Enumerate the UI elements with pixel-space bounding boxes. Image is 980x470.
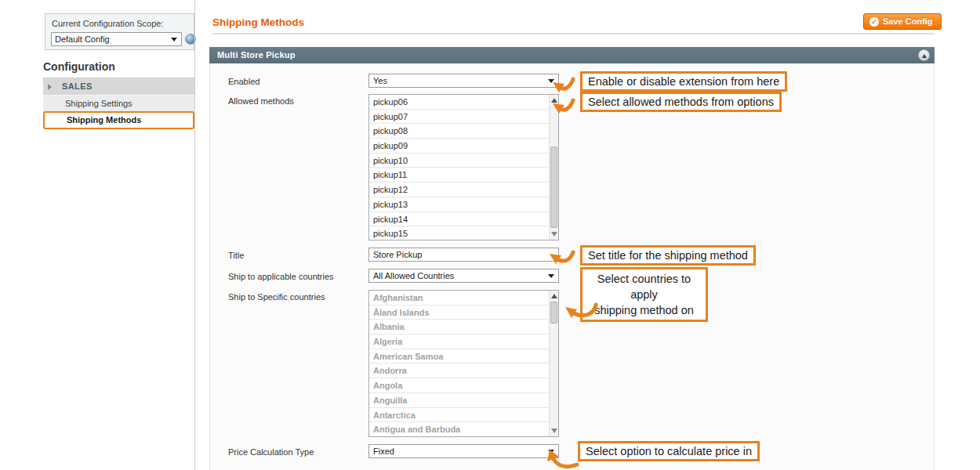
list-item: Algeria <box>369 334 549 349</box>
enabled-select-value: Yes <box>373 76 387 85</box>
sidebar-section-label: SALES <box>62 81 93 91</box>
list-item: Anguilla <box>369 393 549 408</box>
callout-arrow-icon <box>544 248 579 268</box>
ship-applicable-select[interactable]: All Allowed Countries <box>368 269 559 283</box>
sidebar-item-shipping-settings[interactable]: Shipping Settings <box>43 95 194 111</box>
callout-arrow-icon <box>541 443 582 468</box>
scroll-down-icon[interactable] <box>551 232 557 237</box>
scroll-down-icon[interactable] <box>551 428 557 433</box>
ship-applicable-label: Ship to applicable countries <box>228 272 334 281</box>
ship-specific-label: Ship to Specific countries <box>228 292 325 302</box>
scope-select[interactable]: Default Config <box>51 32 182 46</box>
sidebar-title: Configuration <box>43 60 115 73</box>
price-type-label: Price Calculation Type <box>228 447 314 457</box>
callout-price: Select option to calculate price in <box>578 441 760 461</box>
list-item[interactable]: pickup06 <box>369 95 549 110</box>
checkmark-icon: ✓ <box>869 17 879 27</box>
callout-title: Set title for the shipping method <box>580 245 756 266</box>
ship-specific-listbox[interactable]: Afghanistan Åland Islands Albania Algeri… <box>368 290 559 437</box>
chevron-down-icon <box>548 274 554 278</box>
list-item[interactable]: pickup14 <box>369 212 549 227</box>
callout-countries-line1: Select countries to apply <box>586 271 702 302</box>
allowed-methods-options: pickup06 pickup07 pickup08 pickup09 pick… <box>369 95 549 240</box>
config-scope-box: Current Configuration Scope: Default Con… <box>45 13 194 50</box>
callout-countries-line2: shipping method on <box>586 302 702 318</box>
callout-arrow-icon <box>555 298 601 322</box>
list-item[interactable]: pickup07 <box>369 110 549 125</box>
list-item: Andorra <box>369 363 549 378</box>
callout-arrow-icon <box>549 75 579 96</box>
list-item[interactable]: pickup09 <box>369 139 549 154</box>
enabled-select[interactable]: Yes <box>368 74 559 88</box>
callout-enable: Enable or disable extension from here <box>580 71 787 92</box>
list-item[interactable]: pickup13 <box>369 197 549 212</box>
list-item: Albania <box>369 320 549 334</box>
scrollbar-thumb[interactable] <box>550 146 557 228</box>
sidebar-section-sales[interactable]: SALES <box>43 78 194 95</box>
page-title: Shipping Methods <box>212 16 304 28</box>
scope-label: Current Configuration Scope: <box>52 19 163 28</box>
config-menu: SALES Shipping Settings Shipping Methods <box>43 78 194 129</box>
list-item: Angola <box>369 378 549 393</box>
save-config-button[interactable]: ✓ Save Config <box>863 13 942 30</box>
callout-methods: Select allowed methods from options <box>580 92 782 112</box>
ship-applicable-value: All Allowed Countries <box>373 271 454 280</box>
title-rule <box>212 33 935 34</box>
magento-config-page: Current Configuration Scope: Default Con… <box>0 0 980 470</box>
list-item: Afghanistan <box>369 291 549 306</box>
allowed-methods-label: Allowed methods <box>228 96 294 106</box>
list-item[interactable]: pickup15 <box>369 226 549 240</box>
sidebar-item-shipping-methods[interactable]: Shipping Methods <box>43 111 194 129</box>
enabled-label: Enabled <box>228 77 260 86</box>
list-item: Antigua and Barbuda <box>369 422 549 436</box>
ship-specific-options: Afghanistan Åland Islands Albania Algeri… <box>369 291 549 436</box>
list-item: American Samoa <box>369 349 549 364</box>
sidebar-divider <box>194 0 195 470</box>
arrow-up-icon <box>922 54 927 58</box>
callout-arrow-icon <box>549 96 579 117</box>
list-item[interactable]: pickup10 <box>369 154 549 168</box>
price-type-select[interactable]: Fixed <box>368 444 559 458</box>
save-config-label: Save Config <box>883 14 933 29</box>
scope-select-value: Default Config <box>55 34 110 44</box>
title-input[interactable] <box>368 248 559 262</box>
list-item: Åland Islands <box>369 306 549 320</box>
list-item[interactable]: pickup08 <box>369 124 549 139</box>
section-title: Multi Store Pickup <box>217 50 296 60</box>
price-type-value: Fixed <box>373 446 394 456</box>
list-item[interactable]: pickup11 <box>369 168 549 183</box>
chevron-down-icon <box>171 38 177 42</box>
arrow-right-icon <box>48 84 52 90</box>
title-label: Title <box>228 251 244 260</box>
allowed-methods-listbox[interactable]: pickup06 pickup07 pickup08 pickup09 pick… <box>368 94 559 240</box>
list-item: Antarctica <box>369 408 549 423</box>
list-item[interactable]: pickup12 <box>369 183 549 197</box>
section-header-multi-store-pickup: Multi Store Pickup <box>209 47 935 63</box>
collapse-section-button[interactable] <box>918 49 930 61</box>
